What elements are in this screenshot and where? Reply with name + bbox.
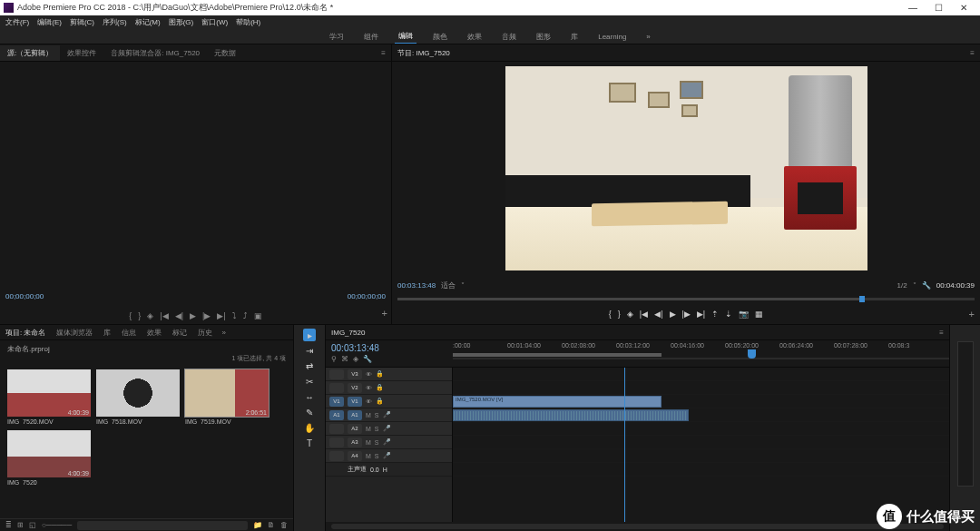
trash-icon[interactable]: 🗑: [280, 521, 288, 529]
marker-icon[interactable]: ◈: [627, 310, 633, 319]
bin-item[interactable]: 12:02 IMG_7518.MOV: [96, 369, 180, 425]
workspace-tab[interactable]: 效果: [464, 30, 485, 44]
menu-window[interactable]: 窗口(W): [201, 17, 228, 27]
metadata-tab[interactable]: 元数据: [207, 45, 243, 61]
goto-in-icon[interactable]: |◀: [160, 311, 168, 320]
bin-item[interactable]: 4:00:39 IMG_7520: [7, 430, 91, 486]
insert-icon[interactable]: ⤵: [232, 311, 237, 320]
bin-item[interactable]: 2:06:51 IMG_7519.MOV: [185, 369, 269, 425]
step-back-icon[interactable]: ◀|: [654, 310, 662, 319]
audiomixer-tab[interactable]: 音频剪辑混合器: IMG_7520: [103, 45, 207, 61]
marker-icon[interactable]: ◈: [147, 311, 153, 320]
new-item-icon[interactable]: 🗎: [268, 521, 275, 529]
mark-out-icon[interactable]: }: [618, 310, 621, 319]
menu-file[interactable]: 文件(F): [5, 17, 29, 27]
info-tab[interactable]: 信息: [116, 325, 142, 340]
marker-icon[interactable]: ◈: [353, 355, 358, 363]
source-tab[interactable]: 源:（无剪辑）: [0, 45, 60, 61]
workspace-tab[interactable]: 图形: [533, 30, 554, 44]
effectcontrols-tab[interactable]: 效果控件: [60, 45, 103, 61]
selection-tool-icon[interactable]: ▸: [303, 329, 316, 341]
track-header[interactable]: A1A1MS🎤: [326, 408, 452, 422]
source-tc-in[interactable]: 00;00;00;00: [5, 292, 44, 300]
menu-clip[interactable]: 剪辑(C): [70, 17, 94, 27]
program-monitor[interactable]: [392, 62, 980, 275]
new-bin-icon[interactable]: 📁: [253, 521, 262, 529]
type-tool-icon[interactable]: T: [303, 437, 316, 449]
mark-in-icon[interactable]: {: [609, 310, 612, 319]
panel-menu-icon[interactable]: ≡: [376, 49, 391, 57]
workspace-tab[interactable]: 学习: [326, 30, 348, 44]
track-header[interactable]: A4MS🎤: [326, 449, 452, 463]
menu-graphics[interactable]: 图形(G): [169, 17, 194, 27]
icon-view-icon[interactable]: ⊞: [17, 521, 24, 529]
effects-tab[interactable]: 效果: [142, 325, 167, 340]
source-tc-out[interactable]: 00;00;00;00: [348, 292, 386, 300]
close-button[interactable]: ✕: [951, 0, 976, 15]
workspace-tab-active[interactable]: 编辑: [395, 29, 416, 44]
audio-clip[interactable]: [453, 409, 689, 421]
step-fwd-icon[interactable]: |▶: [682, 310, 691, 319]
track-header[interactable]: A3MS🎤: [326, 436, 452, 449]
step-back-icon[interactable]: ◀|: [175, 311, 183, 320]
play-icon[interactable]: ▶: [190, 311, 196, 320]
play-icon[interactable]: ▶: [670, 310, 676, 319]
video-clip[interactable]: IMG_7520.MOV [V]: [453, 396, 662, 408]
track-header[interactable]: V2👁🔒: [326, 381, 452, 395]
program-tc-current[interactable]: 00:03:13:48: [397, 281, 436, 290]
workspace-tab[interactable]: 音频: [498, 30, 520, 44]
workspace-tab[interactable]: 组件: [360, 30, 382, 44]
mark-in-icon[interactable]: {: [129, 311, 132, 320]
export-frame-icon[interactable]: 📷: [739, 310, 749, 319]
list-view-icon[interactable]: ≣: [5, 521, 12, 529]
track-header[interactable]: V1V1👁🔒: [326, 395, 452, 408]
panel-menu-icon[interactable]: ≡: [970, 49, 975, 57]
markers-tab[interactable]: 标记: [167, 325, 192, 340]
project-search-input[interactable]: [77, 521, 248, 530]
step-fwd-icon[interactable]: |▶: [202, 311, 211, 320]
track-header[interactable]: A2MS🎤: [326, 422, 452, 436]
menu-sequence[interactable]: 序列(S): [103, 17, 127, 27]
sequence-name[interactable]: IMG_7520: [331, 329, 365, 337]
mediabrowser-tab[interactable]: 媒体浏览器: [51, 325, 98, 340]
export-frame-icon[interactable]: ▣: [254, 311, 262, 320]
linked-selection-icon[interactable]: ⌘: [341, 355, 348, 363]
overwrite-icon[interactable]: ⤴: [243, 311, 248, 320]
zoom-slider[interactable]: ○─────: [42, 521, 72, 529]
ripple-edit-tool-icon[interactable]: ⇄: [303, 359, 316, 372]
compare-icon[interactable]: ▦: [755, 310, 763, 319]
project-tab[interactable]: 项目: 未命名: [0, 325, 51, 340]
maximize-button[interactable]: ☐: [926, 0, 951, 15]
slip-tool-icon[interactable]: ↔: [303, 390, 316, 403]
settings-icon[interactable]: 🔧: [922, 281, 931, 290]
workspace-tab[interactable]: 颜色: [429, 30, 451, 44]
pen-tool-icon[interactable]: ✎: [303, 406, 316, 418]
menu-help[interactable]: 帮助(H): [236, 17, 260, 27]
bin-item[interactable]: 4:00:39 IMG_7520.MOV: [7, 369, 91, 425]
lift-icon[interactable]: ⇡: [711, 310, 719, 319]
libraries-tab[interactable]: 库: [98, 325, 116, 340]
program-scrubber[interactable]: [392, 295, 980, 304]
mark-out-icon[interactable]: }: [138, 311, 141, 320]
timeline-ruler[interactable]: :00:00 00:01:04:00 00:02:08:00 00:03:12:…: [453, 340, 949, 367]
menu-markers[interactable]: 标记(M): [135, 17, 161, 27]
playhead-handle[interactable]: [748, 349, 756, 359]
goto-in-icon[interactable]: |◀: [640, 310, 648, 319]
workspace-overflow-icon[interactable]: »: [642, 31, 653, 43]
history-tab[interactable]: 历史: [192, 325, 218, 340]
workspace-tab[interactable]: Learning: [594, 31, 630, 43]
freeform-view-icon[interactable]: ◱: [29, 521, 36, 529]
timeline-playhead-tc[interactable]: 00:03:13:48: [331, 343, 447, 353]
add-button-icon[interactable]: +: [382, 308, 387, 319]
add-button-icon[interactable]: +: [969, 309, 975, 320]
extract-icon[interactable]: ⇣: [725, 310, 732, 319]
panel-menu-icon[interactable]: ≡: [939, 329, 944, 337]
scrubber-handle[interactable]: [859, 296, 865, 302]
program-fit[interactable]: 适合: [441, 280, 456, 290]
timeline-track-area[interactable]: IMG_7520.MOV [V]: [453, 368, 949, 522]
minimize-button[interactable]: —: [900, 0, 926, 15]
track-header[interactable]: V3👁🔒: [326, 368, 452, 381]
master-track-header[interactable]: 主声道0.0H: [326, 463, 452, 477]
tabs-overflow-icon[interactable]: »: [218, 329, 229, 337]
program-zoom[interactable]: 1/2: [897, 281, 907, 290]
